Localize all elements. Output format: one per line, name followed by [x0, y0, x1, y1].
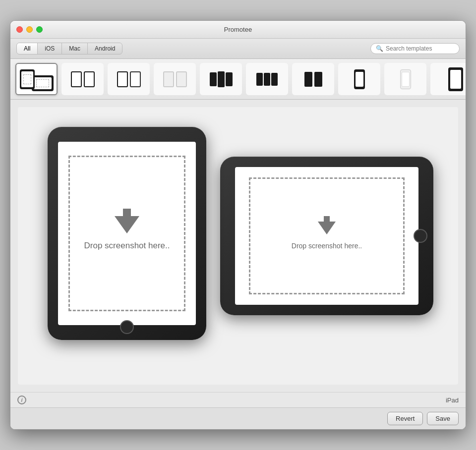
drop-arrow-left — [115, 216, 139, 233]
search-input[interactable] — [386, 45, 454, 52]
close-button[interactable] — [16, 26, 23, 33]
ipad-right-device[interactable]: Drop screenshot here.. — [220, 157, 433, 315]
home-button-right — [414, 229, 427, 243]
drop-zone-right[interactable]: Drop screenshot here.. — [249, 177, 405, 294]
template-thumb-7[interactable] — [338, 63, 380, 95]
template-thumb-6[interactable] — [292, 63, 334, 95]
revert-button[interactable]: Revert — [387, 412, 423, 425]
template-thumb-0[interactable] — [15, 63, 58, 95]
save-button[interactable]: Save — [427, 412, 459, 425]
info-button[interactable]: i — [17, 395, 26, 404]
drop-zone-left[interactable]: Drop screenshot here.. — [68, 156, 185, 312]
ipad-left-screen: Drop screenshot here.. — [58, 142, 196, 325]
traffic-lights — [16, 26, 43, 33]
status-bar: i iPad — [10, 392, 466, 407]
device-label: iPad — [446, 396, 459, 404]
app-window: Promotee All iOS Mac Android 🔍 — [10, 20, 466, 430]
minimize-button[interactable] — [26, 26, 33, 33]
template-thumb-8[interactable] — [384, 63, 426, 95]
template-thumb-5[interactable] — [246, 63, 288, 95]
drop-text-left: Drop screenshot here.. — [84, 241, 170, 251]
tab-all[interactable]: All — [17, 43, 38, 54]
tab-mac[interactable]: Mac — [62, 43, 88, 54]
tab-ios[interactable]: iOS — [38, 43, 62, 54]
template-thumb-3[interactable] — [154, 63, 196, 95]
template-strip — [10, 59, 466, 100]
ipad-left-device[interactable]: Drop screenshot here.. — [48, 127, 206, 340]
template-thumb-9[interactable] — [430, 63, 466, 95]
home-button-left — [120, 320, 134, 334]
main-canvas-area: Drop screenshot here.. Drop screenshot h… — [10, 100, 466, 392]
template-thumb-4[interactable] — [200, 63, 242, 95]
drop-text-right: Drop screenshot here.. — [292, 242, 362, 250]
window-title: Promotee — [224, 26, 252, 33]
titlebar: Promotee — [10, 21, 466, 39]
canvas[interactable]: Drop screenshot here.. Drop screenshot h… — [18, 107, 458, 385]
filter-tab-group: All iOS Mac Android — [16, 43, 122, 55]
drop-arrow-right — [318, 222, 336, 234]
template-thumb-2[interactable] — [108, 63, 150, 95]
tab-android[interactable]: Android — [88, 43, 122, 54]
search-box[interactable]: 🔍 — [370, 43, 460, 54]
search-icon: 🔍 — [376, 45, 383, 52]
toolbar: All iOS Mac Android 🔍 — [10, 39, 466, 59]
maximize-button[interactable] — [36, 26, 43, 33]
template-thumb-1[interactable] — [61, 63, 104, 95]
ipad-right-screen: Drop screenshot here.. — [235, 167, 418, 305]
bottom-bar: Revert Save — [10, 407, 466, 429]
